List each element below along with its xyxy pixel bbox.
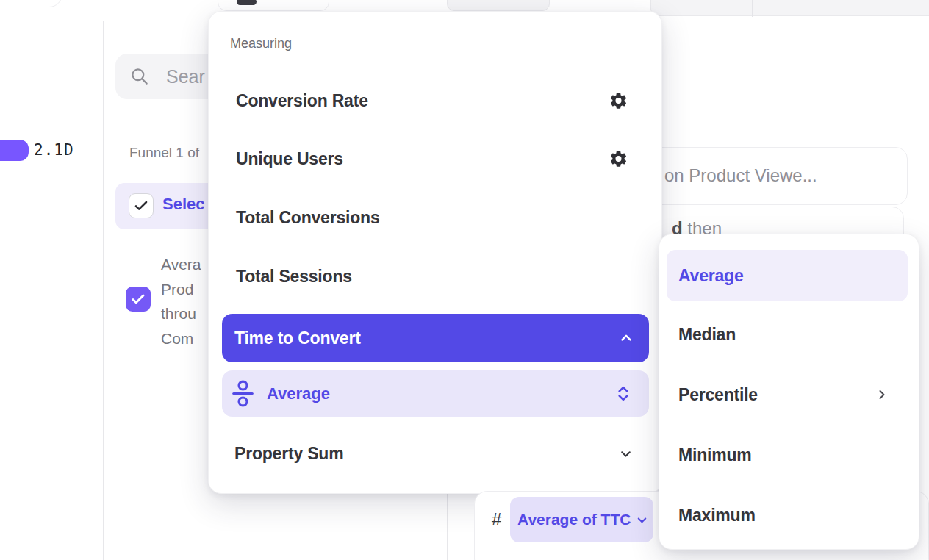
menu-item-label: Total Sessions [236, 267, 352, 287]
menu-item-total-conversions[interactable]: Total Conversions [209, 198, 661, 237]
up-down-selector-icon[interactable] [617, 385, 630, 402]
flyout-item-average[interactable]: Average [667, 250, 908, 301]
flyout-item-median[interactable]: Median [659, 315, 919, 354]
funnel-builder-screen: { "colors": { "accent": "#5349e6", "acce… [0, 0, 929, 560]
step-description-line: throu [161, 301, 201, 326]
menu-item-conversion-rate[interactable]: Conversion Rate [209, 82, 661, 120]
menu-item-total-sessions[interactable]: Total Sessions [209, 257, 661, 295]
menu-item-label: Property Sum [234, 444, 343, 464]
search-icon [129, 66, 149, 86]
chevron-right-icon [875, 387, 889, 402]
step-select-label: Selec [162, 195, 205, 214]
chevron-down-icon [618, 446, 634, 462]
left-panel-divider [103, 21, 104, 560]
selected-item-label: Time to Convert [234, 329, 361, 348]
menu-item-label: Conversion Rate [236, 91, 368, 111]
funnel-bar-segment [0, 140, 29, 161]
flyout-item-label: Maximum [678, 506, 756, 525]
flyout-item-maximum[interactable]: Maximum [659, 495, 919, 535]
step-description-line: Avera [161, 252, 201, 277]
flyout-item-label: Minimum [678, 445, 752, 465]
menu-subitem-average[interactable]: Average [222, 370, 649, 417]
search-placeholder: Sear [166, 66, 205, 87]
metric-pill-dropdown[interactable]: Average of TTC [510, 497, 653, 542]
handle-icon [237, 0, 257, 5]
checkbox-checked[interactable] [129, 193, 154, 218]
metric-pill-label: Average of TTC [517, 511, 631, 528]
step-description-line: Prod [161, 277, 201, 302]
average-icon [232, 380, 254, 407]
cutoff-tab-a[interactable] [447, 0, 550, 11]
metric-prefix: # [492, 509, 501, 530]
menu-item-unique-users[interactable]: Unique Users [209, 140, 661, 178]
subitem-label: Average [267, 384, 330, 403]
menu-item-property-sum[interactable]: Property Sum [209, 434, 661, 473]
aggregation-flyout-menu: Average Median Percentile Minimum Maximu… [659, 234, 919, 550]
chevron-up-icon [618, 330, 634, 346]
menu-item-time-to-convert-selected[interactable]: Time to Convert [222, 314, 649, 362]
tab-divider [752, 0, 753, 17]
event-card-label: on Product Viewe... [664, 165, 817, 186]
funnel-duration-label: 2.1D [34, 141, 74, 159]
flyout-item-label: Median [678, 325, 736, 345]
flyout-item-label: Percentile [678, 385, 758, 405]
measuring-menu: Measuring Conversion Rate Unique Users T… [208, 11, 662, 494]
gear-icon[interactable] [609, 91, 628, 111]
flyout-item-minimum[interactable]: Minimum [659, 435, 919, 475]
menu-item-label: Unique Users [236, 149, 343, 169]
cutoff-button-top[interactable] [218, 0, 329, 11]
menu-item-label: Total Conversions [236, 208, 380, 228]
measuring-menu-header: Measuring [230, 36, 292, 51]
step-description-line: Com [161, 326, 201, 351]
gear-icon[interactable] [609, 149, 628, 169]
cutoff-card-top-left [0, 0, 62, 7]
checkbox-checked-purple[interactable] [126, 287, 151, 312]
flyout-item-percentile[interactable]: Percentile [659, 375, 919, 414]
step-description: Avera Prod throu Com [161, 252, 201, 351]
chevron-down-icon [635, 513, 649, 527]
funnel-header-label: Funnel 1 of [129, 145, 199, 161]
cutoff-tab-group-right[interactable] [650, 0, 929, 16]
flyout-item-label: Average [678, 266, 744, 286]
